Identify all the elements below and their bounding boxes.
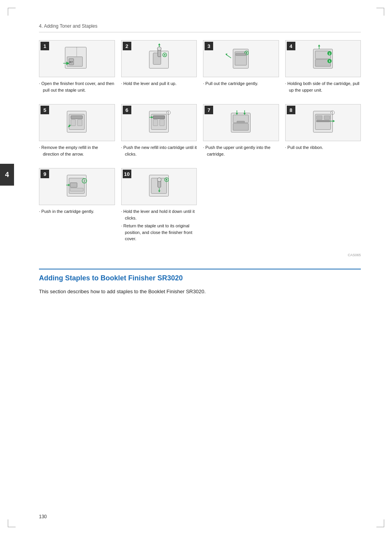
step-1-bullet-1: · Open the finisher front cover, and the… (39, 80, 115, 93)
svg-rect-42 (153, 120, 158, 126)
svg-rect-59 (324, 116, 330, 120)
step-2-image: 2 (121, 40, 197, 77)
empty-cell-2 (285, 168, 361, 244)
step-3-bullet-1: · Pull out the cartridge gently. (203, 80, 279, 87)
step-8-svg (291, 107, 355, 138)
svg-rect-55 (316, 120, 330, 122)
svg-marker-57 (333, 120, 335, 122)
step-3-svg (209, 43, 273, 74)
step-5-text: · Remove the empty refill in the directi… (39, 144, 115, 159)
step-1-image: 1 R7 (39, 40, 115, 77)
step-9: 9 ↺ · Push in the (39, 168, 115, 244)
cas-code: CAS065 (39, 253, 361, 257)
svg-rect-39 (153, 116, 165, 119)
svg-marker-29 (318, 44, 320, 46)
step-10-badge: 10 (123, 170, 131, 178)
step-6-image: 6 (121, 104, 197, 141)
svg-point-72 (157, 178, 161, 182)
svg-rect-32 (71, 116, 83, 119)
svg-point-76 (166, 179, 168, 181)
step-1: 1 R7 (39, 40, 115, 95)
step-3-image: 3 (203, 40, 279, 77)
step-4-bullet-1: · Holding both side of the cartridge, pu… (285, 80, 361, 93)
svg-rect-63 (70, 183, 77, 188)
step-6-svg (127, 107, 191, 138)
svg-text:R7: R7 (69, 61, 73, 64)
step-9-image: 9 ↺ (39, 168, 115, 205)
step-7-text: · Push the upper unit gently into the ca… (203, 144, 279, 159)
step-10-text: · Hold the lever and hold it down until … (121, 208, 197, 244)
step-8-image: 8 (285, 104, 361, 141)
step-5: 5 · Remove the empty refill in the dire (39, 104, 115, 159)
step-4-svg: 2 1 (291, 43, 355, 74)
step-9-bullet-1: · Push in the cartridge gently. (39, 208, 115, 215)
step-8: 8 · Pull out the (285, 104, 361, 159)
svg-text:2: 2 (329, 52, 330, 55)
svg-rect-43 (160, 120, 164, 126)
steps-row-1: 1 R7 (39, 40, 361, 95)
step-10-bullet-1: · Hold the lever and hold it down until … (121, 208, 197, 221)
svg-point-13 (164, 54, 166, 56)
step-6: 6 · Push the new (121, 104, 197, 159)
step-4: 4 2 1 · Holding both side of t (285, 40, 361, 95)
step-10-bullet-2: · Return the staple unit to its original… (121, 223, 197, 242)
step-6-badge: 6 (123, 106, 131, 114)
chapter-tab-number: 4 (5, 171, 9, 179)
step-2-svg (127, 43, 191, 74)
step-1-svg: R7 (45, 43, 109, 74)
svg-text:↺: ↺ (83, 180, 86, 182)
step-1-badge: 1 (41, 42, 49, 50)
step-2-bullet-1: · Hold the lever and pull it up. (121, 80, 197, 87)
page-number: 130 (39, 514, 47, 519)
step-8-text: · Pull out the ribbon. (285, 144, 361, 152)
svg-rect-47 (233, 123, 249, 130)
bottom-section-title: Adding Staples to Booklet Finisher SR302… (39, 274, 361, 282)
step-5-bullet-1: · Remove the empty refill in the directi… (39, 144, 115, 157)
step-4-badge: 4 (287, 42, 295, 50)
step-5-svg (45, 107, 109, 138)
step-10-svg (127, 171, 191, 202)
section-header: 4. Adding Toner and Staples (39, 23, 361, 32)
step-3-badge: 3 (205, 42, 213, 50)
steps-row-2: 5 · Remove the empty refill in the dire (39, 104, 361, 159)
svg-rect-35 (71, 120, 76, 126)
step-6-text: · Push the new refill into cartridge unt… (121, 144, 197, 159)
svg-point-19 (246, 52, 247, 54)
svg-line-16 (227, 55, 231, 58)
corner-mark-tl (8, 8, 16, 16)
step-8-badge: 8 (287, 106, 295, 114)
step-2-text: · Hold the lever and pull it up. (121, 80, 197, 89)
corner-mark-tr (376, 8, 384, 16)
step-5-image: 5 (39, 104, 115, 141)
step-7-image: 7 (203, 104, 279, 141)
step-9-badge: 9 (41, 170, 49, 178)
corner-mark-br (376, 519, 384, 527)
step-7-bullet-1: · Push the upper unit gently into the ca… (203, 144, 279, 157)
svg-text:1: 1 (329, 60, 330, 62)
svg-rect-68 (70, 188, 83, 191)
svg-rect-52 (237, 121, 245, 123)
steps-row-3: 9 ↺ · Push in the (39, 168, 361, 244)
svg-rect-58 (316, 116, 322, 120)
bottom-section-text: This section describes how to add staple… (39, 288, 361, 296)
step-4-image: 4 2 1 (285, 40, 361, 77)
step-3: 3 · Pull out the cartridge gently. (203, 40, 279, 95)
svg-rect-20 (236, 53, 246, 56)
step-1-text: · Open the finisher front cover, and the… (39, 80, 115, 95)
step-2: 2 · Hold the lever and pull (121, 40, 197, 95)
step-4-text: · Holding both side of the cartridge, pu… (285, 80, 361, 95)
svg-rect-36 (78, 120, 82, 126)
step-6-bullet-1: · Push the new refill into cartridge unt… (121, 144, 197, 157)
corner-mark-bl (8, 519, 16, 527)
empty-cell-1 (203, 168, 279, 244)
step-7-badge: 7 (205, 106, 213, 114)
step-9-text: · Push in the cartridge gently. (39, 208, 115, 216)
step-9-svg: ↺ (45, 171, 109, 202)
step-3-text: · Pull out the cartridge gently. (203, 80, 279, 89)
step-5-badge: 5 (41, 106, 49, 114)
chapter-tab: 4 (0, 164, 14, 186)
step-10-image: 10 (121, 168, 197, 205)
step-7: 7 · Push the upper unit gently into the (203, 104, 279, 159)
svg-point-9 (157, 47, 161, 51)
svg-marker-11 (158, 43, 161, 45)
